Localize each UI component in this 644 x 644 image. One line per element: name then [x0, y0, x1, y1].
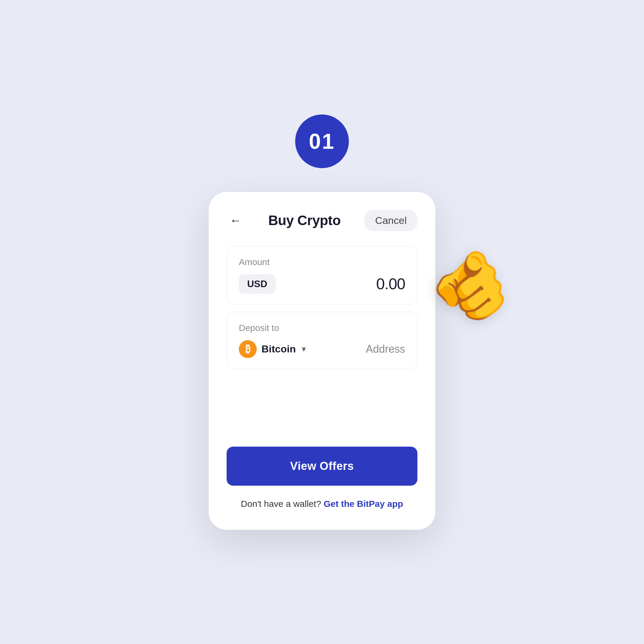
step-badge: 01 [295, 114, 349, 168]
app-header: ← Buy Crypto Cancel [227, 210, 417, 231]
bitcoin-icon: ₿ [239, 340, 257, 358]
chevron-down-icon: ▾ [302, 344, 306, 354]
crypto-selector[interactable]: ₿ Bitcoin ▾ [239, 340, 306, 358]
back-button[interactable]: ← [227, 211, 244, 229]
hand-illustration: 🫵 [426, 245, 518, 323]
deposit-card: Deposit to ₿ Bitcoin ▾ Address [227, 312, 417, 369]
phone-card: ← Buy Crypto Cancel Amount USD 0.00 Depo… [209, 192, 435, 530]
amount-row: USD 0.00 [239, 274, 405, 294]
bitpay-app-link[interactable]: Get the BitPay app [323, 499, 403, 509]
currency-badge[interactable]: USD [239, 274, 276, 294]
step-number: 01 [309, 129, 335, 154]
view-offers-button[interactable]: View Offers [227, 447, 417, 486]
amount-card: Amount USD 0.00 [227, 246, 417, 305]
amount-value[interactable]: 0.00 [376, 275, 405, 293]
back-arrow-icon: ← [230, 214, 241, 227]
page-wrapper: 01 🫵 ← Buy Crypto Cancel Amount USD 0.00 [0, 0, 644, 644]
deposit-row: ₿ Bitcoin ▾ Address [239, 340, 405, 358]
crypto-name: Bitcoin [261, 343, 296, 355]
spacer [227, 387, 417, 447]
cancel-button[interactable]: Cancel [364, 210, 417, 231]
page-title: Buy Crypto [268, 212, 341, 228]
footer-static-text: Don't have a wallet? [241, 499, 321, 509]
amount-label: Amount [239, 257, 405, 267]
footer-text: Don't have a wallet? Get the BitPay app [227, 499, 417, 509]
phone-container: 🫵 ← Buy Crypto Cancel Amount USD 0.00 [209, 192, 435, 530]
address-placeholder[interactable]: Address [366, 343, 405, 355]
deposit-label: Deposit to [239, 323, 405, 333]
